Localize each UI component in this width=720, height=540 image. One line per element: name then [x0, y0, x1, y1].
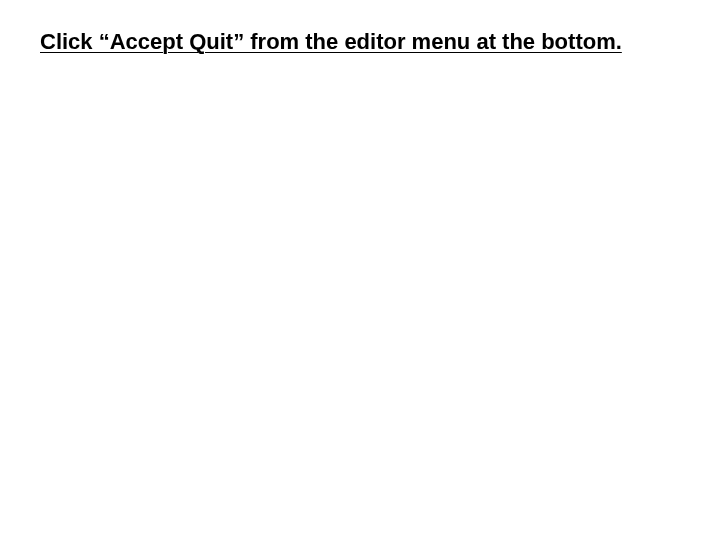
instruction-text: Click “Accept Quit” from the editor menu…	[40, 28, 640, 56]
slide-container: Click “Accept Quit” from the editor menu…	[0, 0, 720, 540]
